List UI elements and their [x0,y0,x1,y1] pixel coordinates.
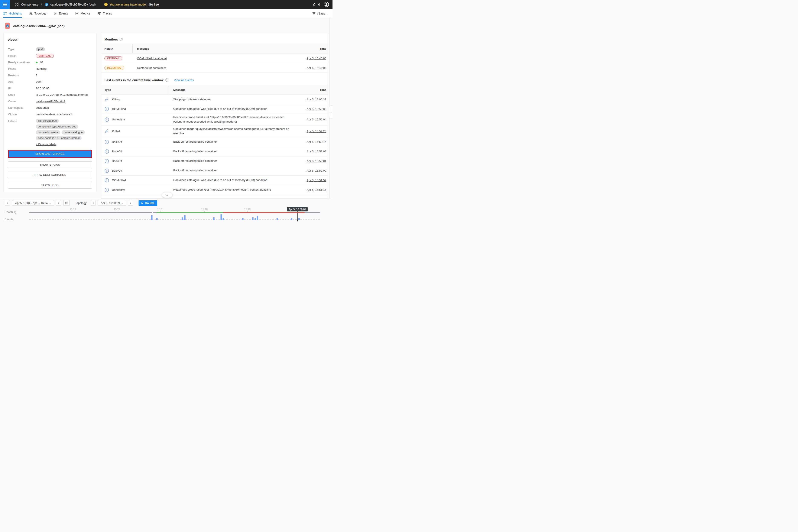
monitors-table-header: Health Message Time [101,44,328,54]
tab-highlights[interactable]: Highlights [3,9,22,18]
field-label: Health [8,54,36,57]
event-time-link[interactable]: Apr 5, 15:51:59 [307,178,326,182]
about-field-row: Phase Running [8,65,92,72]
events-table-header: Type Message Time [101,85,328,95]
event-message: Container image "quay.io/stackstate/weav… [169,127,292,136]
user-avatar-icon[interactable] [324,2,329,7]
breadcrumb: Components / catalogue-69b58cb649-gjl5v … [15,3,96,6]
details-panel: Monitors ? Health Message Time CRITICAL … [101,33,328,198]
tab-bar: Highlights Topology Events Metrics Trace… [0,9,332,18]
collapse-panel-handle[interactable]: ‹ [329,106,332,119]
event-bar[interactable] [298,218,300,220]
about-action-button[interactable]: SHOW LAST CHANGE [8,150,92,158]
health-status-badge: DEVIATING [104,66,124,70]
field-label: Age [8,80,36,83]
event-type: BackOff [112,150,122,153]
field-label: Namespace [8,106,36,109]
about-action-button[interactable]: SHOW LOGS [8,182,92,189]
event-bar[interactable] [257,216,258,220]
filters-button[interactable]: Filters ⌄ [312,9,329,18]
top-bar: Components / catalogue-69b58cb649-gjl5v … [0,0,332,9]
about-field-row: Age 30m [8,79,92,85]
event-row: ! Unhealthy Readiness probe failed: Get … [101,185,328,195]
event-type: OOMKilled [112,108,126,111]
event-bar[interactable] [184,215,186,220]
event-bar[interactable] [221,214,222,220]
about-field-row: Ready containers 1/1 [8,59,92,65]
monitor-time-link[interactable]: Apr 5, 15:45:06 [307,57,326,60]
pod-icon [45,3,49,6]
component-avatar [5,23,10,29]
event-bar[interactable] [277,218,278,220]
event-message: Readiness probe failed: Get "http://10.0… [169,188,292,192]
event-time-link[interactable]: Apr 5, 16:00:37 [307,98,326,101]
view-all-events-link[interactable]: View all events [174,78,194,82]
field-label: Node [8,93,36,96]
tab-metrics[interactable]: Metrics [75,9,90,18]
event-time-link[interactable]: Apr 5, 15:56:04 [307,118,326,121]
events-help-icon[interactable]: ? [165,78,168,82]
timeline-track[interactable]: Apr 5, 16:00:09 15:1315:2215:3115:4015:4… [29,199,320,222]
funnel-icon [312,12,316,15]
warning-text: You are in time travel mode. [110,3,147,6]
event-bar[interactable] [242,218,244,220]
event-bar[interactable] [182,217,183,220]
go-live-link[interactable]: Go live [149,3,159,6]
event-time-link[interactable]: Apr 5, 15:59:00 [307,108,326,111]
timeline-marker-dot[interactable] [297,220,298,222]
event-row: ! Unhealthy Readiness probe failed: Get … [101,114,328,126]
label-pills: api_service:true component-type:kubernet… [36,119,92,140]
hamburger-menu-icon[interactable] [0,0,10,9]
event-time-link[interactable]: Apr 5, 15:52:01 [307,159,326,163]
about-heading: About [8,38,92,41]
event-type: Unhealthy [112,118,125,121]
field-label: Labels [8,119,36,146]
monitor-message-link[interactable]: Restarts for containers [137,66,166,70]
event-bar[interactable] [213,217,215,220]
event-time-link[interactable]: Apr 5, 15:52:00 [307,169,326,172]
timeline-tick-label: 15:31 [157,208,164,211]
event-bar[interactable] [254,218,256,220]
event-row: ! Pulled Container image "quay.io/stacks… [101,126,328,137]
event-bar[interactable] [156,218,158,220]
event-time-link[interactable]: Apr 5, 15:52:28 [307,130,326,133]
monitors-heading: Monitors [104,38,118,41]
timeline-expand-toggle[interactable]: ⌄ [162,192,172,197]
event-bar[interactable] [223,218,224,220]
breadcrumb-section[interactable]: Components [21,3,38,6]
monitor-time-link[interactable]: Apr 5, 15:46:06 [307,66,326,70]
about-action-button[interactable]: SHOW CONFIGURATION [8,172,92,178]
more-labels-link[interactable]: +15 more labels [36,142,56,146]
pin-icon[interactable] [312,2,316,6]
time-range-prev-button[interactable]: ‹ [5,200,10,206]
event-time-link[interactable]: Apr 5, 15:52:02 [307,150,326,153]
event-time-link[interactable]: Apr 5, 15:52:14 [307,140,326,144]
tab-traces[interactable]: Traces [97,9,112,18]
field-value: 30m [36,80,41,83]
alert-circle-icon: ! [104,139,109,144]
event-row: ! BackOff Back-off restarting failed con… [101,137,328,147]
components-grid-icon [15,3,19,6]
about-field-row: Node ip-10-0-21-204.eu-w...1.compute.int… [8,92,92,98]
tab-events[interactable]: Events [54,9,68,18]
monitor-row: CRITICAL OOM Killed (catalogue) Apr 5, 1… [101,54,328,63]
alert-circle-icon: ! [104,117,109,122]
event-bar[interactable] [291,218,292,220]
about-action-button[interactable]: SHOW STATUS [8,162,92,168]
timeline-footer: ‹ Apr 5, 15:04 - Apr 5, 16:04⌄ › Topolog… [0,198,332,222]
monitor-message-link[interactable]: OOM Killed (catalogue) [137,57,167,60]
health-segment-unknown [153,212,156,213]
warning-icon: ! [104,3,108,6]
event-message: Back-off restarting failed container [169,168,292,173]
event-type: BackOff [112,140,122,144]
tab-topology[interactable]: Topology [29,9,46,18]
health-help-icon[interactable]: ? [14,211,17,213]
breadcrumb-current: catalogue-69b58cb649-gjl5v (pod) [50,3,95,6]
monitors-help-icon[interactable]: ? [119,38,123,41]
pin-count: 0 [318,3,320,6]
about-field-row: Cluster demo-dev.demo.stackstate.io [8,111,92,118]
event-bar[interactable] [252,217,253,220]
event-row: ! BackOff Back-off restarting failed con… [101,156,328,166]
event-time-link[interactable]: Apr 5, 15:51:16 [307,188,326,191]
event-bar[interactable] [151,215,153,220]
